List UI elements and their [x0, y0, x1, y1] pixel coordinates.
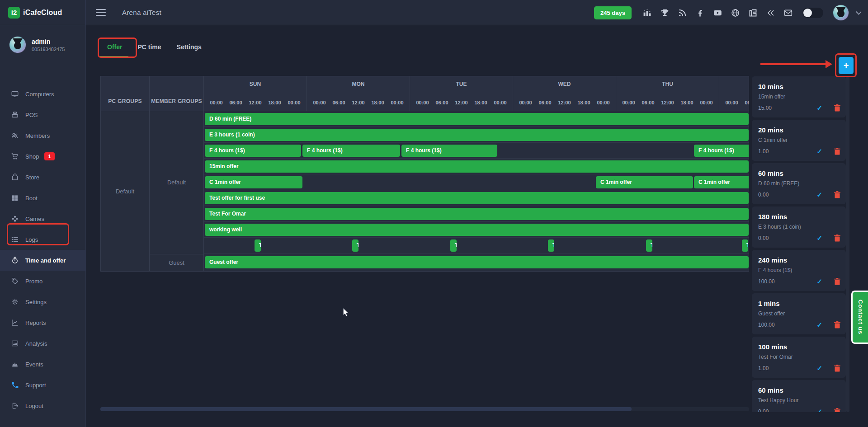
offer-bar-d-60-min-free-[interactable]: D 60 min (FREE)	[205, 113, 749, 125]
offer-card[interactable]: 60 minsTest Happy Hour0.00✓	[752, 380, 846, 412]
sidebar-user-block[interactable]: admin 005193482475	[0, 25, 85, 58]
offer-card[interactable]: 240 minsF 4 hours (1$)100.00✓	[752, 250, 846, 291]
sidebar-item-store[interactable]: Store	[0, 167, 86, 188]
brand-area: i2 iCafeCloud	[0, 0, 86, 25]
ranking-icon[interactable]	[642, 8, 652, 18]
trash-icon[interactable]	[834, 191, 840, 198]
stopwatch-icon	[11, 256, 19, 264]
mail-icon[interactable]	[783, 8, 793, 18]
offer-card[interactable]: 20 minsC 1min offer1.00✓	[752, 120, 846, 161]
globe-icon[interactable]	[730, 8, 740, 18]
offer-bar-test-happy-hour[interactable]: Test Happy Hour	[646, 239, 652, 252]
offer-bar-c-1min-offer[interactable]: C 1min offer	[205, 176, 302, 188]
offer-bar-test-happy-hour[interactable]: Test Happy Hour	[450, 239, 457, 252]
offer-bar-guest-offer[interactable]: Guest offer	[205, 256, 749, 268]
offer-bar-f-4-hours-1-[interactable]: F 4 hours (1$)	[401, 145, 497, 157]
sidebar-item-time-and-offer[interactable]: Time and offer	[0, 250, 86, 271]
sidebar-item-support[interactable]: Support	[0, 375, 86, 395]
members-icon	[11, 131, 19, 140]
horizontal-scrollbar-thumb[interactable]	[100, 407, 632, 411]
offer-bar-test-happy-hour[interactable]: Test Happy Hour	[548, 239, 554, 252]
trash-icon[interactable]	[834, 278, 840, 285]
offer-bar-f-4-hours-1-[interactable]: F 4 hours (1$)	[694, 145, 749, 157]
sidebar: admin 005193482475 ComputersPOSMembersSh…	[0, 25, 86, 427]
sidebar-item-analysis[interactable]: Analysis	[0, 333, 86, 354]
sidebar-item-logs[interactable]: Logs	[0, 229, 86, 250]
offer-bar-15min-offer[interactable]: 15min offer	[205, 160, 749, 173]
tab-offer[interactable]: Offer	[107, 43, 122, 57]
add-offer-button[interactable]: +	[839, 57, 854, 74]
offer-card[interactable]: 10 mins15min offer15.00✓	[752, 76, 846, 117]
sidebar-item-members[interactable]: Members	[0, 125, 86, 146]
sidebar-item-pos[interactable]: POS	[0, 104, 86, 125]
check-icon[interactable]: ✓	[816, 104, 822, 112]
trash-icon[interactable]	[834, 104, 840, 112]
offer-card[interactable]: 1 minsGuest offer100.00✓	[752, 293, 846, 334]
horizontal-scrollbar-track[interactable]	[100, 407, 749, 411]
check-icon[interactable]: ✓	[816, 364, 822, 372]
sidebar-item-computers[interactable]: Computers	[0, 84, 86, 104]
check-icon[interactable]: ✓	[816, 408, 822, 412]
offers-panel-scrollbar[interactable]	[846, 76, 849, 412]
tab-pc-time[interactable]: PC time	[137, 43, 161, 57]
time-tick: 12:00	[245, 100, 265, 105]
chevron-down-icon[interactable]	[856, 9, 862, 15]
sidebar-item-logout[interactable]: Logout	[0, 395, 86, 416]
brand-name: iCafeCloud	[23, 9, 62, 17]
sidebar-item-events[interactable]: Events	[0, 354, 86, 375]
youtube-icon[interactable]	[712, 8, 722, 18]
schedule-row: Test For Omar	[204, 206, 749, 222]
sidebar-item-reports[interactable]: Reports	[0, 312, 86, 333]
rss-icon[interactable]	[677, 8, 687, 18]
theme-toggle[interactable]	[802, 8, 823, 18]
check-icon[interactable]: ✓	[816, 321, 822, 329]
trash-icon[interactable]	[834, 408, 840, 412]
user-avatar[interactable]	[833, 5, 849, 21]
offer-card[interactable]: 60 minsD 60 min (FREE)0.00✓	[752, 163, 846, 204]
check-icon[interactable]: ✓	[816, 147, 822, 155]
offer-bar-test-offer-for-first-use[interactable]: Test offer for first use	[205, 192, 749, 204]
icafe-icon[interactable]	[748, 8, 758, 18]
offer-bar-c-1min-offer[interactable]: C 1min offer	[596, 176, 693, 188]
check-icon[interactable]: ✓	[816, 234, 822, 242]
report-icon	[11, 319, 19, 327]
day-name: MON	[307, 81, 410, 87]
contact-us-button[interactable]: Contact us	[851, 291, 868, 344]
sidebar-item-settings[interactable]: Settings	[0, 291, 86, 312]
sidebar-item-shop[interactable]: Shop1	[0, 146, 86, 167]
chevrons-icon[interactable]	[765, 8, 775, 18]
trash-icon[interactable]	[834, 365, 840, 372]
offer-card[interactable]: 100 minsTest For Omar1.00✓	[752, 337, 846, 378]
sidebar-item-label: Boot	[25, 195, 38, 202]
offer-bar-c-1min-offer[interactable]: C 1min offer	[694, 176, 749, 188]
offer-bar-e-3-hours-1-coin-[interactable]: E 3 hours (1 coin)	[205, 129, 749, 141]
trash-icon[interactable]	[834, 235, 840, 242]
hamburger-menu-icon[interactable]	[96, 7, 106, 18]
trash-icon[interactable]	[834, 321, 840, 328]
sidebar-item-boot[interactable]: Boot	[0, 188, 86, 208]
offer-bar-f-4-hours-1-[interactable]: F 4 hours (1$)	[205, 145, 301, 157]
check-icon[interactable]: ✓	[816, 191, 822, 199]
offer-bar-working-well[interactable]: working well	[205, 224, 749, 236]
tab-settings[interactable]: Settings	[177, 43, 202, 57]
license-days-badge[interactable]: 245 days	[594, 6, 632, 19]
offer-bar-test-happy-hour[interactable]: Test Happy Hour	[742, 239, 748, 252]
offer-bar-test-happy-hour[interactable]: Test Happy Hour	[352, 239, 359, 252]
time-tick: 12:00	[555, 100, 574, 105]
offer-bar-test-happy-hour[interactable]: Test Happy Hour	[255, 239, 261, 252]
trash-icon[interactable]	[834, 148, 840, 155]
offer-card[interactable]: 180 minsE 3 hours (1 coin)0.00✓	[752, 206, 846, 248]
windows-icon	[11, 194, 19, 202]
analysis-icon	[11, 339, 19, 347]
facebook-icon[interactable]	[695, 8, 705, 18]
trophy-icon[interactable]	[660, 8, 670, 18]
sidebar-item-games[interactable]: Games	[0, 208, 86, 229]
offer-bar-test-for-omar[interactable]: Test For Omar	[205, 208, 749, 220]
toggle-knob	[803, 9, 812, 17]
time-tick: 12:00	[658, 100, 677, 105]
check-icon[interactable]: ✓	[816, 277, 822, 286]
offer-bar-f-4-hours-1-[interactable]: F 4 hours (1$)	[302, 145, 400, 157]
day-column-fri: FRI00:0006:0012:0018:0000:00	[719, 76, 749, 111]
sidebar-item-promo[interactable]: Promo	[0, 271, 86, 291]
time-tick: 06:00	[432, 100, 452, 105]
